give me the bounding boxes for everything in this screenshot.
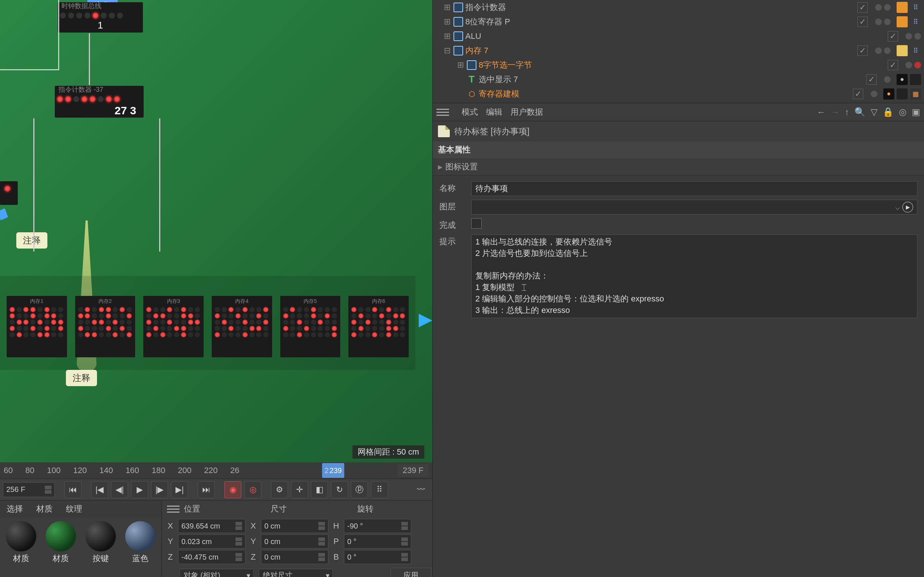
material-item[interactable]: 蓝色 xyxy=(123,521,159,564)
position-z-input[interactable]: -40.475 cm xyxy=(178,550,246,564)
visibility-checkbox[interactable] xyxy=(857,17,868,27)
record-button[interactable]: ◉ xyxy=(225,481,241,498)
tree-row[interactable]: ⬡寄存器建模●▦ xyxy=(433,87,924,101)
key-param-button[interactable]: ⓟ xyxy=(351,481,368,498)
size-y-input[interactable]: 0 cm xyxy=(261,535,328,548)
object-hierarchy[interactable]: ⊞指令计数器⠿⊞8位寄存器 P⠿⊞ALU⊟内存 7⠿⊞8字节选一字节T选中显示 … xyxy=(433,0,924,103)
section-basic-props[interactable]: 基本属性 xyxy=(433,141,924,158)
materials-tab-select[interactable]: 选择 xyxy=(0,500,30,517)
visibility-dots[interactable] xyxy=(875,47,891,54)
rotation-p-input[interactable]: 0 ° xyxy=(344,535,411,548)
frame-count-input[interactable]: 256 F xyxy=(3,482,55,497)
size-x-input[interactable]: 0 cm xyxy=(261,519,328,533)
step-back-button[interactable]: ◀| xyxy=(111,481,128,498)
visibility-dots[interactable] xyxy=(906,33,921,40)
attr-menu-mode[interactable]: 模式 xyxy=(462,106,478,118)
play-button[interactable]: ▶ xyxy=(131,481,148,498)
black-tag[interactable]: ● xyxy=(883,89,894,100)
new-window-icon[interactable]: ▣ xyxy=(912,107,920,117)
tree-toggle[interactable]: ⊞ xyxy=(443,17,451,27)
visibility-checkbox[interactable] xyxy=(857,45,868,56)
goto-end-button[interactable]: ⏭ xyxy=(198,481,215,498)
tree-row[interactable]: ⊞8位寄存器 P⠿ xyxy=(433,15,924,29)
attr-menu-edit[interactable]: 编辑 xyxy=(486,106,502,118)
materials-tab-material[interactable]: 材质 xyxy=(30,500,59,517)
position-y-input[interactable]: 0.023 cm xyxy=(178,535,246,548)
size-mode-dropdown[interactable]: 绝对尺寸 xyxy=(259,569,333,577)
material-item[interactable]: 按键 xyxy=(82,521,119,564)
tree-row[interactable]: ⊞8字节选一字节 xyxy=(433,58,924,72)
tree-toggle[interactable]: ⊟ xyxy=(443,46,451,55)
key-rotate-button[interactable]: ↻ xyxy=(331,481,348,498)
timeline-ruler[interactable]: 60 80 100 120 140 160 180 200 220 26 223… xyxy=(0,463,432,479)
goto-prev-key-button[interactable]: |◀ xyxy=(91,481,108,498)
rotation-h-input[interactable]: -90 ° xyxy=(344,519,411,533)
check-tag[interactable]: ▦ xyxy=(910,89,921,100)
particles-tag[interactable]: ⠿ xyxy=(910,16,921,27)
visibility-dots[interactable] xyxy=(871,90,877,97)
name-input[interactable]: 待办事项 xyxy=(471,181,918,196)
black-tag[interactable]: ● xyxy=(897,74,908,85)
particles-tag[interactable]: ⠿ xyxy=(910,45,921,56)
filter-icon[interactable]: ▽ xyxy=(871,107,877,117)
sound-button[interactable]: 〰 xyxy=(412,481,430,498)
attr-menu-userdata[interactable]: 用户数据 xyxy=(510,106,543,118)
lock-icon[interactable]: 🔒 xyxy=(882,107,893,117)
nav-forward-icon[interactable]: → xyxy=(831,107,840,117)
target-icon[interactable]: ◎ xyxy=(899,107,906,117)
tree-toggle[interactable]: ⊞ xyxy=(456,60,465,70)
tree-row[interactable]: T选中显示 7● xyxy=(433,72,924,87)
note-tag[interactable] xyxy=(897,45,908,56)
materials-tab-texture[interactable]: 纹理 xyxy=(59,500,89,517)
visibility-dots[interactable] xyxy=(875,18,891,25)
nav-up-icon[interactable]: ↑ xyxy=(845,107,849,117)
key-pla-button[interactable]: ⠿ xyxy=(371,481,388,498)
tree-toggle[interactable]: ⊞ xyxy=(443,3,451,12)
tree-row[interactable]: ⊞指令计数器⠿ xyxy=(433,0,924,15)
material-item[interactable]: 材质 xyxy=(43,521,79,564)
visibility-dots[interactable] xyxy=(906,62,921,68)
layer-input[interactable]: ⌵▸ xyxy=(471,200,918,214)
particles-tag[interactable]: ⠿ xyxy=(910,2,921,13)
menu-icon[interactable] xyxy=(167,506,179,513)
step-forward-button[interactable]: |▶ xyxy=(151,481,168,498)
goto-start-button[interactable]: ⏮ xyxy=(65,481,81,498)
tree-row[interactable]: ⊟内存 7⠿ xyxy=(433,43,924,58)
done-checkbox[interactable] xyxy=(471,218,481,229)
visibility-dots[interactable] xyxy=(884,76,891,83)
visibility-checkbox[interactable] xyxy=(866,74,877,85)
timeline-playhead[interactable]: 2239 xyxy=(322,463,344,478)
material-item[interactable]: 材质 xyxy=(3,521,39,564)
orange-tag[interactable] xyxy=(897,2,908,13)
key-scale-button[interactable]: ◧ xyxy=(311,481,328,498)
coord-mode-dropdown[interactable]: 对象 (相对) xyxy=(179,569,254,577)
nav-back-icon[interactable]: ← xyxy=(817,107,825,117)
visibility-checkbox[interactable] xyxy=(888,31,898,42)
tree-toggle[interactable]: ⊞ xyxy=(443,31,451,41)
layer-picker-icon[interactable]: ▸ xyxy=(902,201,913,213)
section-icon-settings[interactable]: ▶ 图标设置 xyxy=(433,158,924,176)
key-settings-button[interactable]: ⚙ xyxy=(271,481,288,498)
chip-clock-bus: 时钟数据总线 1 xyxy=(58,2,143,32)
tree-row[interactable]: ⊞ALU xyxy=(433,29,924,43)
rotation-b-input[interactable]: 0 ° xyxy=(344,550,411,564)
dark-tag[interactable] xyxy=(897,89,908,100)
size-z-input[interactable]: 0 cm xyxy=(261,550,328,564)
hint-textarea[interactable]: 1 输出与总线的连接，要依赖片选信号2 片选信号也要加到位选信号上 复制新内存的… xyxy=(471,234,918,318)
visibility-dots[interactable] xyxy=(875,4,891,11)
menu-icon[interactable] xyxy=(436,109,449,116)
visibility-checkbox[interactable] xyxy=(888,60,898,70)
dark-tag[interactable] xyxy=(910,74,921,85)
memory-block: 内存6 xyxy=(348,296,409,357)
viewport-3d[interactable]: 注释 时钟数据总线 1 指令计数器 -37 27 3 xyxy=(0,0,432,463)
key-move-button[interactable]: ✛ xyxy=(291,481,308,498)
autokey-button[interactable]: ◎ xyxy=(244,481,262,498)
orange-tag[interactable] xyxy=(897,16,908,27)
visibility-checkbox[interactable] xyxy=(853,89,863,99)
search-icon[interactable]: 🔍 xyxy=(855,107,866,117)
memory-block: 内存4 xyxy=(212,296,272,357)
goto-next-key-button[interactable]: ▶| xyxy=(171,481,188,498)
visibility-checkbox[interactable] xyxy=(857,2,868,13)
position-x-input[interactable]: 639.654 cm xyxy=(178,519,246,533)
apply-button[interactable]: 应用 xyxy=(391,568,431,577)
